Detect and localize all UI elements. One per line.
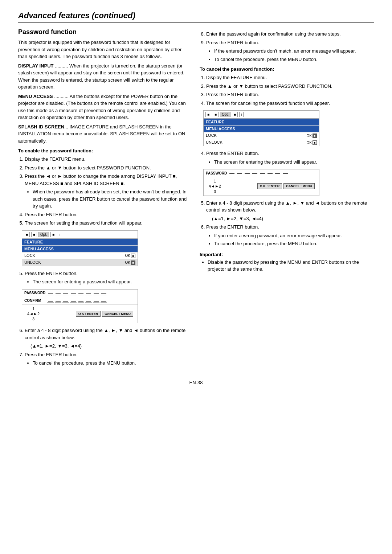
display-input-mode: DISPLAY INPUT .......... When the projec… xyxy=(18,62,189,91)
pw4-dash-7: — xyxy=(274,171,281,175)
steps-8-9: Enter the password again for confirmatio… xyxy=(206,30,374,63)
pw4-password-dashes: — — — — — — — — xyxy=(229,171,317,175)
pw-dash-4: — xyxy=(70,291,77,295)
screen1-icon2: ■ xyxy=(31,232,37,237)
intro-text: This projector is equipped with the pass… xyxy=(18,39,189,60)
pw-dash-3: — xyxy=(62,291,69,295)
screen3-feature-row: FEATURE xyxy=(204,119,319,126)
pw4-dash-5: — xyxy=(259,171,266,175)
screen3-unlock-label: UNLOCK xyxy=(204,139,261,146)
enable-step-2: Press the ▲ or ▼ button to select PASSWO… xyxy=(25,164,189,172)
dpad-mid: 4◄►2 xyxy=(27,311,40,316)
screen1-menu-access-row: MENU ACCESS xyxy=(22,246,138,253)
step-9-bullet-1: If the entered passwords don't match, an… xyxy=(214,48,374,55)
pw4-dash-1: — xyxy=(229,171,235,175)
screen-mockup-1: ■ ■ Opt. ■ i FEATURE MENU ACCESS LOCK OK… xyxy=(22,230,138,266)
cancel-step-4-bullet: The screen for entering the password wil… xyxy=(214,159,374,166)
pw-dash-5: — xyxy=(78,291,84,295)
pw-dash-8: — xyxy=(101,291,107,295)
important-list: Disable the password by pressing the MEN… xyxy=(208,259,374,273)
screen3-icon-opt: Opt. xyxy=(220,112,230,117)
important-bullet-1: Disable the password by pressing the MEN… xyxy=(208,259,374,273)
pw4-dash-4: — xyxy=(252,171,258,175)
screen3-menu-access-row: MENU ACCESS xyxy=(204,126,319,132)
screen1-icon4: ■ xyxy=(50,232,56,237)
steps-6-7: Enter a 4 - 8 digit password using the ▲… xyxy=(25,327,189,367)
enable-section-title: To enable the password function: xyxy=(18,148,189,153)
cancel-steps-list: Display the FEATURE menu. Press the ▲ or… xyxy=(206,74,374,107)
enable-step-1: Display the FEATURE menu. xyxy=(25,156,189,163)
display-input-label: DISPLAY INPUT xyxy=(18,63,54,69)
screen3-lock-row: LOCK OK ■ xyxy=(204,132,319,139)
step-7: Press the ENTER button. To cancel the pr… xyxy=(25,351,189,367)
screen1-unlock-row: UNLOCK OK ■ xyxy=(22,259,138,266)
cancel-step-6-bullet-1: If you enter a wrong password, an error … xyxy=(214,232,374,239)
enable-step-4: Press the ENTER button. xyxy=(25,211,189,218)
pw-dash-2: — xyxy=(55,291,61,295)
cancel-step-4-enter: Press the ENTER button. The screen for e… xyxy=(206,150,374,165)
splash-id-label: SPLASH ID SCREEN xyxy=(18,124,64,130)
cancel-step-6-bullet-2: To cancel the procedure, press the MENU … xyxy=(214,240,374,247)
pw-conf-dash-3: — xyxy=(62,299,69,303)
pw-dash-1: — xyxy=(47,291,54,295)
pw4-dash-2: — xyxy=(236,171,243,175)
dpad4-mid: 4◄►2 xyxy=(209,184,221,189)
pw-controls-row: 1 4◄►2 3 O K : ENTER CANCEL : MENU xyxy=(22,305,138,323)
splash-id-mode: SPLASH ID SCREEN... IMAGE CAPTURE and SP… xyxy=(18,123,189,145)
screen3-feature-label: FEATURE xyxy=(204,119,319,125)
step-9: Press the ENTER button. If the entered p… xyxy=(206,39,374,63)
screen1-icon-i: i xyxy=(58,232,62,237)
menu-access-label: MENU ACCESS xyxy=(18,94,53,99)
screen1-unlock-label: UNLOCK xyxy=(22,259,80,266)
cancel-step-1: Display the FEATURE menu. xyxy=(206,74,374,81)
dpad4-bot: 3 xyxy=(209,189,221,194)
pw-conf-dash-4: — xyxy=(70,299,77,303)
pw-conf-dash-5: — xyxy=(78,299,84,303)
step-6-formula: (▲=1, ►=2, ▼=3, ◄=4) xyxy=(30,342,189,350)
enable-step-5: The screen for setting the password func… xyxy=(25,219,189,227)
screen1-topbar: ■ ■ Opt. ■ i xyxy=(22,231,138,239)
pw-ok-btn: O K : ENTER xyxy=(76,311,101,317)
cancel-step-6: Press the ENTER button. If you enter a w… xyxy=(206,223,374,247)
enable-step-3: Press the ◄ or ► button to change the mo… xyxy=(25,173,189,210)
screen1-icon1: ■ xyxy=(24,232,30,237)
cancel-step-5-formula: (▲=1, ►=2, ▼=3, ◄=4) xyxy=(212,215,374,222)
cancel-step-5: Enter a 4 - 8 digit password using the ▲… xyxy=(206,200,374,222)
cancel-step-4: The screen for canceling the password fu… xyxy=(206,100,374,107)
screen3-icon2: ■ xyxy=(213,112,219,117)
screen1-feature-row: FEATURE xyxy=(22,239,138,246)
pw4-controls-row: 1 4◄►2 3 O K : ENTER CANCEL : MENU xyxy=(204,177,319,196)
cancel-step-3: Press the ENTER button. xyxy=(206,91,374,98)
pw-dash-6: — xyxy=(85,291,92,295)
pw-confirm-dashes: — — — — — — — — xyxy=(47,299,135,303)
pw-row-confirm: CONFIRM — — — — — — — — xyxy=(22,297,138,305)
screen-mockup-2: PASSWORD — — — — — — — — CONFIRM — — — xyxy=(22,289,138,324)
pw-confirm-label: CONFIRM xyxy=(24,299,44,303)
dpad-top: 1 xyxy=(27,306,40,311)
right-column: Enter the password again for confirmatio… xyxy=(200,28,374,369)
step-5-enter: Press the ENTER button. The screen for e… xyxy=(25,270,189,286)
screen1-unlock-ok-icon: ■ xyxy=(131,260,135,265)
step-8: Enter the password again for confirmatio… xyxy=(206,30,374,38)
cancel-step-4-list: Press the ENTER button. The screen for e… xyxy=(206,150,374,165)
screen1-menu-access-label: MENU ACCESS xyxy=(22,246,138,252)
screen3-icon-i: i xyxy=(239,112,244,117)
step-5-bullet: The screen for entering a password will … xyxy=(33,278,189,286)
pw4-row-password: PASSWORD — — — — — — — — xyxy=(204,169,319,177)
display-input-dots: .......... xyxy=(55,63,68,69)
pw-password-label: PASSWORD xyxy=(24,291,44,295)
screen1-icon-opt: Opt. xyxy=(38,232,49,237)
enable-steps-list: Display the FEATURE menu. Press the ▲ or… xyxy=(25,156,189,227)
pw4-dpad: 1 4◄►2 3 xyxy=(209,178,221,194)
enable-step-3-bullet: When the password has already been set, … xyxy=(33,188,189,210)
cancel-step-2: Press the ▲ or ▼ button to select PASSWO… xyxy=(206,83,374,90)
cancel-steps-5-6: Enter a 4 - 8 digit password using the ▲… xyxy=(206,200,374,247)
pw4-dash-3: — xyxy=(244,171,250,175)
screen3-menu-access-label: MENU ACCESS xyxy=(204,126,319,132)
steps-5-cont: Press the ENTER button. The screen for e… xyxy=(25,270,189,286)
screen1-lock-ok: OK ■ xyxy=(80,253,138,259)
pw4-cancel-btn: CANCEL : MENU xyxy=(283,183,315,189)
screen-mockup-3: ■ ■ Opt. ■ i FEATURE MENU ACCESS LOCK OK… xyxy=(203,110,319,146)
pw4-btn-group: O K : ENTER CANCEL : MENU xyxy=(224,183,317,189)
pw4-password-label: PASSWORD xyxy=(206,171,226,175)
